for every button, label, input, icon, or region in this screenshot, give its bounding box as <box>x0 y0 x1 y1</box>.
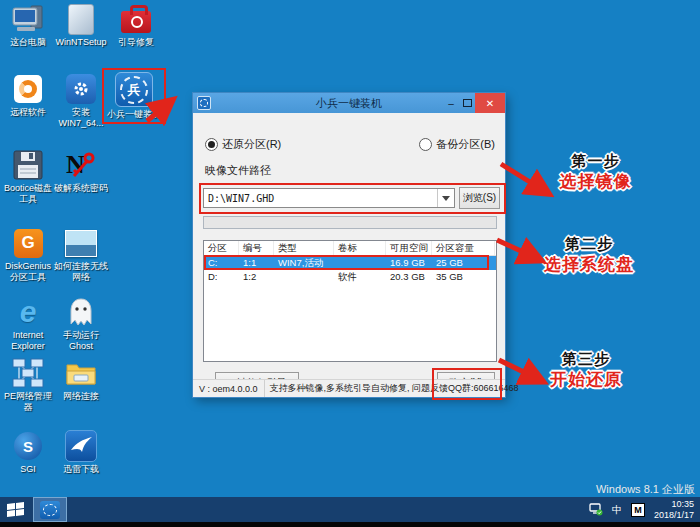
step2-action: 选择系统盘 <box>526 254 652 275</box>
desktop-icon-label: 如何连接无线 网络 <box>54 261 108 283</box>
highlight-box-step1 <box>199 183 506 214</box>
column-header[interactable]: 分区容量 <box>432 241 495 255</box>
desktop-icon-crack-password[interactable]: N 破解系统密码 <box>54 149 108 194</box>
desktop-icon-pe-network-manager[interactable]: PE网络管理器 <box>1 357 55 413</box>
xiaobing-logo-icon: 兵 <box>115 72 153 107</box>
desktop-icon-xiaobing-installer[interactable]: 兵 小兵一键装机 <box>105 72 163 120</box>
desktop-icon-label: 远程软件 <box>10 107 46 118</box>
desktop-icon-diskgenius[interactable]: G DiskGenius 分区工具 <box>1 227 55 283</box>
table-header-row: 分区 编号 类型 卷标 可用空间 分区容量 <box>204 241 496 256</box>
backup-partition-radio[interactable]: 备份分区(B) <box>419 137 495 152</box>
remote-swirl-icon <box>11 73 45 105</box>
column-header[interactable]: 编号 <box>239 241 274 255</box>
cell-capacity: 35 GB <box>432 270 495 284</box>
desktop-icon-label: 这台电脑 <box>10 37 46 48</box>
desktop-icon-winntsetup[interactable]: WinNTSetup <box>54 3 108 48</box>
taskbar: 中 M 10:35 2018/1/17 <box>0 497 700 522</box>
cell-number: 1:1 <box>239 256 274 270</box>
cell-free-space: 20.3 GB <box>386 270 432 284</box>
desktop-icon-install-win7[interactable]: 安装 WIN7_64... <box>54 73 108 129</box>
desktop-icon-label: SGI <box>20 464 36 475</box>
restore-partition-radio[interactable]: 还原分区(R) <box>205 137 281 152</box>
ie-logo-icon: e <box>11 296 45 328</box>
desktop-icon-internet-explorer[interactable]: e Internet Explorer <box>1 296 55 352</box>
step3-title: 第三步 <box>526 350 646 369</box>
desktop-icon-remote-software[interactable]: 远程软件 <box>1 73 55 118</box>
cell-free-space: 16.9 GB <box>386 256 432 270</box>
desktop-icon-label: WinNTSetup <box>55 37 106 48</box>
radio-unselected-icon <box>419 138 432 151</box>
cell-partition: C: <box>204 256 239 270</box>
clock-date: 2018/1/17 <box>654 510 694 521</box>
annotation-step2: 第二步 选择系统盘 <box>526 235 652 275</box>
cell-type: WIN7,活动 <box>274 256 334 270</box>
toolbox-icon <box>119 3 153 35</box>
start-button[interactable] <box>0 497 30 522</box>
photo-thumbnail-icon <box>64 227 98 259</box>
cell-type <box>274 270 334 284</box>
annotation-step3: 第三步 开始还原 <box>526 350 646 390</box>
desktop-icon-label: 安装 WIN7_64... <box>58 107 103 129</box>
taskbar-clock[interactable]: 10:35 2018/1/17 <box>654 499 694 521</box>
column-header[interactable]: 卷标 <box>334 241 386 255</box>
window-titlebar[interactable]: 小兵一键装机 – ✕ <box>193 93 505 113</box>
step1-title: 第一步 <box>538 152 653 171</box>
cell-number: 1:2 <box>239 270 274 284</box>
ghost-icon <box>64 296 98 328</box>
windows-watermark: Windows 8.1 企业版 <box>596 482 695 497</box>
column-header[interactable]: 可用空间 <box>386 241 432 255</box>
column-header[interactable]: 分区 <box>204 241 239 255</box>
installer-box-icon <box>64 3 98 35</box>
minimize-button[interactable]: – <box>443 93 459 113</box>
step2-title: 第二步 <box>526 235 652 254</box>
desktop-icon-label: PE网络管理器 <box>1 391 55 413</box>
desktop-icon-wireless-help[interactable]: 如何连接无线 网络 <box>54 227 108 283</box>
desktop-icon-label: 破解系统密码 <box>54 183 108 194</box>
network-nodes-icon <box>11 357 45 389</box>
nt-key-icon: N <box>64 149 98 181</box>
desktop-icon-label: 手动运行 Ghost <box>63 330 99 352</box>
desktop-icon-sgi[interactable]: S SGI <box>1 430 55 475</box>
thunder-bird-icon <box>64 430 98 462</box>
desktop-icon-bootice[interactable]: Bootice磁盘 工具 <box>1 149 55 205</box>
language-indicator[interactable]: M <box>631 503 645 517</box>
progress-bar <box>203 216 497 229</box>
version-text: V : oem4.0.0.0 <box>193 380 265 397</box>
maximize-button[interactable] <box>459 93 475 113</box>
cell-label <box>334 256 386 270</box>
table-row-d-drive[interactable]: D: 1:2 软件 20.3 GB 35 GB <box>204 270 496 284</box>
folder-icon <box>64 357 98 389</box>
desktop-icon-ghost-manual[interactable]: 手动运行 Ghost <box>54 296 108 352</box>
desktop-icon-thunder-download[interactable]: 迅雷下载 <box>54 430 108 475</box>
table-row-c-drive[interactable]: C: 1:1 WIN7,活动 16.9 GB 25 GB <box>204 256 496 270</box>
screen-bottom-strip <box>0 522 700 527</box>
desktop-icon-label: 小兵一键装机 <box>107 109 161 120</box>
radio-selected-icon <box>205 138 218 151</box>
desktop-icon-network-connection[interactable]: 网络连接 <box>54 357 108 402</box>
desktop-icon-this-pc[interactable]: 这台电脑 <box>1 3 55 48</box>
cell-capacity: 25 GB <box>432 256 495 270</box>
highlight-box-step3 <box>432 368 502 400</box>
cell-partition: D: <box>204 270 239 284</box>
maximize-icon <box>463 99 472 107</box>
step1-action: 选择镜像 <box>538 171 653 192</box>
clock-time: 10:35 <box>654 499 694 510</box>
step3-action: 开始还原 <box>526 369 646 390</box>
desktop-icon-label: 网络连接 <box>63 391 99 402</box>
ime-indicator[interactable]: 中 <box>612 503 622 517</box>
desktop-icon-label: Bootice磁盘 工具 <box>4 183 52 205</box>
desktop-icon-boot-repair[interactable]: 引导修复 <box>109 3 163 48</box>
diskgenius-g-icon: G <box>11 227 45 259</box>
sgi-s-icon: S <box>11 430 45 462</box>
xiaobing-mini-icon <box>40 501 60 519</box>
desktop-icon-label: Internet Explorer <box>11 330 45 352</box>
network-tray-icon[interactable] <box>589 503 603 516</box>
computer-icon <box>11 3 45 35</box>
column-header[interactable]: 类型 <box>274 241 334 255</box>
close-button[interactable]: ✕ <box>475 93 505 113</box>
windows-logo-icon <box>7 502 24 517</box>
desktop-icon-label: 迅雷下载 <box>63 464 99 475</box>
taskbar-app-xiaobing[interactable] <box>33 497 67 522</box>
restore-partition-label: 还原分区(R) <box>222 137 281 152</box>
desktop-icon-label: 引导修复 <box>118 37 154 48</box>
